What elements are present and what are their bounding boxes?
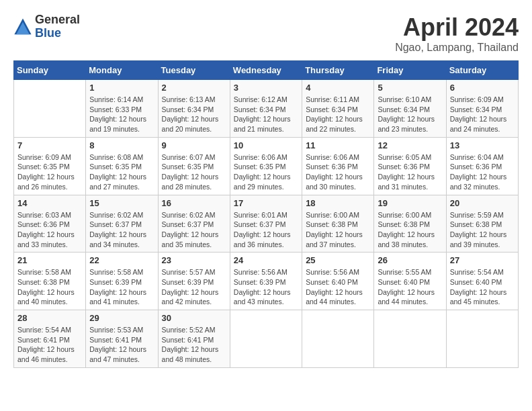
- day-number: 18: [306, 198, 370, 208]
- logo-icon: [13, 17, 32, 36]
- cell-info: Sunrise: 6:09 AMSunset: 6:35 PMDaylight:…: [17, 152, 82, 192]
- calendar-cell: 30Sunrise: 5:52 AMSunset: 6:41 PMDayligh…: [158, 310, 230, 368]
- cell-info: Sunrise: 5:58 AMSunset: 6:39 PMDaylight:…: [89, 267, 154, 307]
- day-number: 17: [234, 198, 298, 208]
- cell-info: Sunrise: 6:02 AMSunset: 6:37 PMDaylight:…: [89, 210, 154, 250]
- day-number: 16: [162, 198, 226, 208]
- title-area: April 2024 Ngao, Lampang, Thailand: [395, 13, 519, 54]
- location-title: Ngao, Lampang, Thailand: [395, 42, 519, 54]
- calendar-cell: 25Sunrise: 5:56 AMSunset: 6:40 PMDayligh…: [302, 253, 374, 310]
- day-header-thursday: Thursday: [302, 61, 374, 80]
- cell-info: Sunrise: 5:53 AMSunset: 6:41 PMDaylight:…: [89, 325, 154, 365]
- day-number: 5: [378, 83, 442, 93]
- calendar-cell: 18Sunrise: 6:00 AMSunset: 6:38 PMDayligh…: [302, 195, 374, 253]
- calendar-cell: 19Sunrise: 6:00 AMSunset: 6:38 PMDayligh…: [374, 195, 446, 253]
- day-number: 23: [162, 255, 226, 265]
- month-title: April 2024: [395, 13, 519, 42]
- logo-general: General: [35, 13, 80, 27]
- day-number: 13: [450, 140, 515, 150]
- calendar-cell: 24Sunrise: 5:56 AMSunset: 6:39 PMDayligh…: [230, 253, 302, 310]
- week-row-3: 14Sunrise: 6:03 AMSunset: 6:36 PMDayligh…: [14, 195, 519, 253]
- day-number: 3: [234, 83, 298, 93]
- calendar-cell: 21Sunrise: 5:58 AMSunset: 6:38 PMDayligh…: [14, 253, 86, 310]
- calendar-cell: 13Sunrise: 6:04 AMSunset: 6:36 PMDayligh…: [446, 137, 518, 195]
- cell-info: Sunrise: 6:05 AMSunset: 6:36 PMDaylight:…: [378, 152, 442, 192]
- day-number: 28: [17, 313, 82, 323]
- calendar-cell: 17Sunrise: 6:01 AMSunset: 6:37 PMDayligh…: [230, 195, 302, 253]
- week-row-4: 21Sunrise: 5:58 AMSunset: 6:38 PMDayligh…: [14, 253, 519, 310]
- calendar-cell: 10Sunrise: 6:06 AMSunset: 6:35 PMDayligh…: [230, 137, 302, 195]
- calendar-cell: 14Sunrise: 6:03 AMSunset: 6:36 PMDayligh…: [14, 195, 86, 253]
- cell-info: Sunrise: 6:00 AMSunset: 6:38 PMDaylight:…: [378, 210, 442, 250]
- calendar-cell: 23Sunrise: 5:57 AMSunset: 6:39 PMDayligh…: [158, 253, 230, 310]
- day-number: 21: [17, 255, 82, 265]
- day-number: 24: [234, 255, 298, 265]
- week-row-2: 7Sunrise: 6:09 AMSunset: 6:35 PMDaylight…: [14, 137, 519, 195]
- cell-info: Sunrise: 5:54 AMSunset: 6:41 PMDaylight:…: [17, 325, 82, 365]
- day-number: 12: [378, 140, 442, 150]
- calendar-cell: 9Sunrise: 6:07 AMSunset: 6:35 PMDaylight…: [158, 137, 230, 195]
- calendar-cell: [14, 80, 86, 138]
- day-header-tuesday: Tuesday: [158, 61, 230, 80]
- calendar-cell: [446, 310, 518, 368]
- calendar-cell: 2Sunrise: 6:13 AMSunset: 6:34 PMDaylight…: [158, 80, 230, 138]
- calendar-cell: [374, 310, 446, 368]
- day-number: 20: [450, 198, 515, 208]
- cell-info: Sunrise: 6:14 AMSunset: 6:33 PMDaylight:…: [89, 95, 154, 134]
- day-number: 15: [89, 198, 154, 208]
- cell-info: Sunrise: 6:09 AMSunset: 6:34 PMDaylight:…: [450, 95, 515, 134]
- calendar-cell: 7Sunrise: 6:09 AMSunset: 6:35 PMDaylight…: [14, 137, 86, 195]
- day-header-monday: Monday: [86, 61, 158, 80]
- day-number: 26: [378, 255, 442, 265]
- day-number: 7: [17, 140, 82, 150]
- day-number: 1: [89, 83, 154, 93]
- cell-info: Sunrise: 5:58 AMSunset: 6:38 PMDaylight:…: [17, 267, 82, 307]
- week-row-5: 28Sunrise: 5:54 AMSunset: 6:41 PMDayligh…: [14, 310, 519, 368]
- cell-info: Sunrise: 5:56 AMSunset: 6:39 PMDaylight:…: [234, 267, 298, 307]
- cell-info: Sunrise: 5:55 AMSunset: 6:40 PMDaylight:…: [378, 267, 442, 307]
- calendar-cell: 28Sunrise: 5:54 AMSunset: 6:41 PMDayligh…: [14, 310, 86, 368]
- calendar-cell: 5Sunrise: 6:10 AMSunset: 6:34 PMDaylight…: [374, 80, 446, 138]
- calendar-cell: [230, 310, 302, 368]
- cell-info: Sunrise: 5:57 AMSunset: 6:39 PMDaylight:…: [162, 267, 226, 307]
- day-number: 8: [89, 140, 154, 150]
- calendar-cell: 4Sunrise: 6:11 AMSunset: 6:34 PMDaylight…: [302, 80, 374, 138]
- day-number: 30: [162, 313, 226, 323]
- day-number: 4: [306, 83, 370, 93]
- cell-info: Sunrise: 5:54 AMSunset: 6:40 PMDaylight:…: [450, 267, 515, 307]
- day-number: 10: [234, 140, 298, 150]
- calendar-cell: 15Sunrise: 6:02 AMSunset: 6:37 PMDayligh…: [86, 195, 158, 253]
- week-row-1: 1Sunrise: 6:14 AMSunset: 6:33 PMDaylight…: [14, 80, 519, 138]
- logo: General Blue: [13, 13, 80, 40]
- calendar-cell: 1Sunrise: 6:14 AMSunset: 6:33 PMDaylight…: [86, 80, 158, 138]
- calendar-cell: 16Sunrise: 6:02 AMSunset: 6:37 PMDayligh…: [158, 195, 230, 253]
- calendar-cell: 27Sunrise: 5:54 AMSunset: 6:40 PMDayligh…: [446, 253, 518, 310]
- day-number: 19: [378, 198, 442, 208]
- cell-info: Sunrise: 6:10 AMSunset: 6:34 PMDaylight:…: [378, 95, 442, 134]
- calendar-cell: 8Sunrise: 6:08 AMSunset: 6:35 PMDaylight…: [86, 137, 158, 195]
- cell-info: Sunrise: 6:02 AMSunset: 6:37 PMDaylight:…: [162, 210, 226, 250]
- cell-info: Sunrise: 6:04 AMSunset: 6:36 PMDaylight:…: [450, 152, 515, 192]
- logo-blue: Blue: [35, 27, 80, 40]
- day-number: 11: [306, 140, 370, 150]
- calendar-cell: 22Sunrise: 5:58 AMSunset: 6:39 PMDayligh…: [86, 253, 158, 310]
- calendar-cell: 6Sunrise: 6:09 AMSunset: 6:34 PMDaylight…: [446, 80, 518, 138]
- day-number: 29: [89, 313, 154, 323]
- cell-info: Sunrise: 6:11 AMSunset: 6:34 PMDaylight:…: [306, 95, 370, 134]
- cell-info: Sunrise: 6:13 AMSunset: 6:34 PMDaylight:…: [162, 95, 226, 134]
- day-number: 2: [162, 83, 226, 93]
- cell-info: Sunrise: 6:07 AMSunset: 6:35 PMDaylight:…: [162, 152, 226, 192]
- day-number: 22: [89, 255, 154, 265]
- cell-info: Sunrise: 6:12 AMSunset: 6:34 PMDaylight:…: [234, 95, 298, 134]
- day-header-friday: Friday: [374, 61, 446, 80]
- day-number: 9: [162, 140, 226, 150]
- header-row: SundayMondayTuesdayWednesdayThursdayFrid…: [14, 61, 519, 80]
- day-number: 27: [450, 255, 515, 265]
- cell-info: Sunrise: 5:59 AMSunset: 6:38 PMDaylight:…: [450, 210, 515, 250]
- day-number: 6: [450, 83, 515, 93]
- calendar-cell: 26Sunrise: 5:55 AMSunset: 6:40 PMDayligh…: [374, 253, 446, 310]
- cell-info: Sunrise: 6:00 AMSunset: 6:38 PMDaylight:…: [306, 210, 370, 250]
- calendar-cell: 3Sunrise: 6:12 AMSunset: 6:34 PMDaylight…: [230, 80, 302, 138]
- calendar-cell: 20Sunrise: 5:59 AMSunset: 6:38 PMDayligh…: [446, 195, 518, 253]
- calendar-table: SundayMondayTuesdayWednesdayThursdayFrid…: [13, 60, 519, 368]
